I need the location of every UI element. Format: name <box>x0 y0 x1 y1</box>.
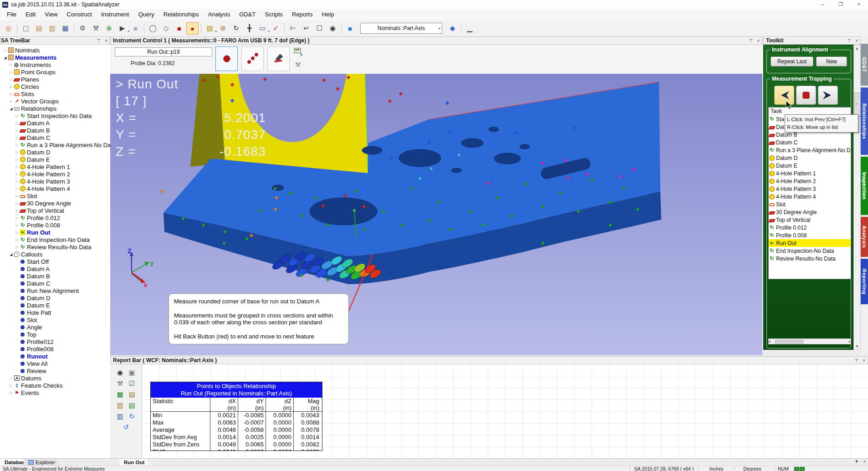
task-item-4-hole-pattern-1[interactable]: 4-Hole Pattern 1 <box>769 169 851 177</box>
collapsed-arrow-icon[interactable]: ▷ <box>3 48 8 52</box>
minimize-icon[interactable]: – <box>813 0 832 9</box>
expanded-arrow-icon[interactable]: ◢ <box>9 107 14 111</box>
refresh-up-icon[interactable]: ↻ <box>126 411 138 422</box>
collapsed-arrow-icon[interactable]: ▷ <box>15 150 20 154</box>
tree-item-vector-groups[interactable]: ▷↗Vector Groups <box>0 97 110 105</box>
menu-edit[interactable]: Edit <box>21 9 40 20</box>
paint-can-icon[interactable]: ◆ <box>446 22 459 35</box>
collapsed-arrow-icon[interactable]: ▷ <box>15 238 20 242</box>
selection-box-icon[interactable]: ☐ <box>313 22 326 35</box>
task-item-datum-c[interactable]: Datum C <box>769 138 851 146</box>
pan-view-icon[interactable]: ╋ <box>243 22 255 35</box>
menu-help[interactable]: Help <box>317 9 339 20</box>
new-alignment-button[interactable]: New <box>816 56 847 67</box>
tree-item-review-results-no-data[interactable]: ▷↻Review Results-No Data <box>0 243 110 251</box>
collapsed-arrow-icon[interactable]: ▷ <box>9 384 14 388</box>
report-page-add-icon[interactable]: ▤ <box>126 400 138 411</box>
task-item-slot[interactable]: Slot <box>769 200 851 208</box>
snapshot-camera-icon[interactable]: ◉ <box>327 22 339 35</box>
tab-run-out[interactable]: Run Out <box>119 459 149 466</box>
tree-item-profile-0-008[interactable]: ▷↻Profile 0.008 <box>0 221 110 229</box>
add-instrument-icon[interactable]: ⊕ <box>103 22 115 35</box>
close-icon[interactable]: × <box>855 38 858 43</box>
collapsed-arrow-icon[interactable]: ▷ <box>9 99 14 103</box>
task-item-30-degree-angle[interactable]: 30 Degree Angle <box>769 208 851 216</box>
collapsed-arrow-icon[interactable]: ▷ <box>9 63 14 67</box>
task-item-run-a-3-plane-alignment-no-data[interactable]: ↻Run a 3 Plane Alignment-No Data <box>769 146 851 154</box>
tree-item-runout[interactable]: Runout <box>0 353 110 360</box>
tree-item-profile012[interactable]: Profile012 <box>0 338 110 345</box>
collapsed-arrow-icon[interactable]: ▷ <box>15 165 20 169</box>
menu-construct[interactable]: Construct <box>62 9 97 20</box>
tree-item-datum-c[interactable]: Datum C <box>0 280 110 287</box>
tree-item-datum-d[interactable]: ▷Datum D <box>0 148 110 156</box>
collapsed-arrow-icon[interactable]: ▷ <box>15 201 20 205</box>
task-item-datum-d[interactable]: Datum D <box>769 154 851 162</box>
tree-item-4-hole-pattern-2[interactable]: ▷4-Hole Pattern 2 <box>0 170 110 178</box>
collapsed-arrow-icon[interactable]: ▷ <box>15 114 20 118</box>
save-file-icon[interactable]: ▦ <box>59 22 71 35</box>
tree-item-4-hole-pattern-1[interactable]: ▷4-Hole Pattern 1 <box>0 163 110 170</box>
tree-item-30-degree-angle[interactable]: ▷30 Degree Angle <box>0 200 110 207</box>
tree-item-run-out[interactable]: ▷▶Run Out <box>0 229 110 236</box>
report-page-copy-icon[interactable]: ▥ <box>114 411 126 422</box>
collapsed-arrow-icon[interactable]: ▷ <box>15 172 20 176</box>
chevron-down-icon[interactable]: ▼ <box>855 459 859 464</box>
display-settings-icon[interactable]: ▭▾ <box>256 22 269 35</box>
menu-scripts[interactable]: Scripts <box>260 9 287 20</box>
snapshot-camera-icon[interactable]: ◉ <box>114 367 126 378</box>
collapsed-arrow-icon[interactable]: ▷ <box>15 158 20 162</box>
task-item-review-results-no-data[interactable]: ↻Review Results-No Data <box>769 255 851 262</box>
help-lifering-icon[interactable]: ◎ <box>2 22 15 35</box>
tree-item-relationships[interactable]: ◢Relationships <box>0 105 110 112</box>
expanded-arrow-icon[interactable]: ◢ <box>9 252 14 256</box>
collapsed-arrow-icon[interactable]: ▷ <box>15 194 20 198</box>
minimized-window-icon[interactable]: ▁ <box>464 22 476 35</box>
collapsed-arrow-icon[interactable]: ▷ <box>9 70 14 74</box>
collapsed-arrow-icon[interactable]: ▷ <box>15 136 20 140</box>
tree-item-datum-c[interactable]: ▷Datum C <box>0 134 110 141</box>
tree-item-4-hole-pattern-3[interactable]: ▷4-Hole Pattern 3 <box>0 178 110 185</box>
tree-item-hole-patt[interactable]: Hole Patt <box>0 309 110 316</box>
tree-item-run-a-3-plane-alignment-no-data[interactable]: ▷↻Run a 3 Plane Alignment-No Data <box>0 141 110 148</box>
side-tab-analysis[interactable]: Analysis <box>861 217 868 257</box>
task-item-end-inspection-no-data[interactable]: ↻End Inspection-No Data <box>769 247 851 255</box>
maximize-icon[interactable]: ❐ <box>832 0 850 9</box>
expanded-arrow-icon[interactable]: ◢ <box>3 56 8 60</box>
tree-item-point-groups[interactable]: ▷Point Groups <box>0 68 110 76</box>
menu-gd-t[interactable]: GD&T <box>235 9 260 20</box>
collapsed-arrow-icon[interactable]: ▷ <box>15 216 20 220</box>
side-tab-reporting[interactable]: Reporting <box>861 259 868 304</box>
rotate-view-icon[interactable]: ↻ <box>230 22 242 35</box>
tree-item-4-hole-pattern-4[interactable]: ▷4-Hole Pattern 4 <box>0 185 110 192</box>
menu-view[interactable]: View <box>40 9 62 20</box>
task-list-hscrollbar[interactable]: ◂ ▸ <box>768 338 851 344</box>
tree-item-datum-e[interactable]: Datum E <box>0 302 110 309</box>
tree-item-start-inspection-no-data[interactable]: ▷↻Start Inspection-No Data <box>0 112 110 119</box>
pin-icon[interactable]: ⊤ <box>847 38 851 43</box>
cube-red-icon[interactable]: ■ <box>173 22 185 35</box>
collapsed-arrow-icon[interactable]: ▷ <box>15 209 20 213</box>
collapsed-arrow-icon[interactable]: ▷ <box>9 391 14 395</box>
wcf-combo[interactable]: Nominals::Part Axis ▾ <box>360 23 442 34</box>
collapsed-arrow-icon[interactable]: ▷ <box>15 128 20 133</box>
target-name-field[interactable]: Run Out::p19 <box>115 47 212 56</box>
report-checklist-icon[interactable]: ☑ <box>126 378 138 389</box>
repeat-last-button[interactable]: Repeat Last <box>771 56 813 67</box>
collapsed-arrow-icon[interactable]: ▷ <box>9 376 14 380</box>
paint-check-icon[interactable]: ✓ <box>270 22 282 35</box>
collapsed-arrow-icon[interactable]: ▷ <box>15 223 20 227</box>
tree-item-nominals[interactable]: ▷Nominals <box>0 46 110 54</box>
tree-item-top-of-vertical[interactable]: ▷Top of Vertical <box>0 207 110 214</box>
tree-item-events[interactable]: ▷⚑Events <box>0 389 110 396</box>
sphere-wire-icon[interactable]: ◯ <box>147 22 159 35</box>
view-box-yellow-icon[interactable]: ▨▾ <box>204 22 216 35</box>
task-item-datum-e[interactable]: Datum E <box>769 162 851 169</box>
settings-gear-icon[interactable]: ⚙ <box>77 22 89 35</box>
report-options-wrench-icon[interactable]: ⚒ <box>114 378 126 389</box>
side-tab-gd-t[interactable]: GD&T <box>861 44 868 86</box>
tree-item-profile008[interactable]: Profile008 <box>0 345 110 353</box>
report-canvas[interactable]: Points to Objects Relationship Run Out (… <box>142 364 868 458</box>
tree-item-feature-checks[interactable]: ▷‡Feature Checks <box>0 382 110 389</box>
sphere-red-icon[interactable]: ● <box>186 22 199 35</box>
